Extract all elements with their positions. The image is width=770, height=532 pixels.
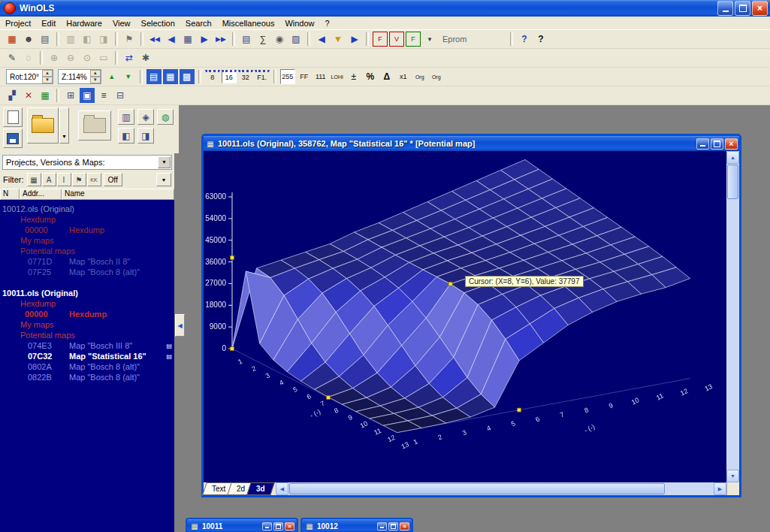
tree-row[interactable]: Hexdump xyxy=(0,214,174,225)
filter-off-button[interactable]: Off xyxy=(104,173,122,186)
menu-edit[interactable]: Edit xyxy=(36,18,61,29)
last-window-icon[interactable]: ▶▶ xyxy=(213,32,228,47)
tree-row[interactable]: 07F25Map "Bosch 8 (alt)" xyxy=(0,267,174,277)
width-f1-icon[interactable]: F1. xyxy=(255,70,270,83)
write-ecu-icon[interactable]: ◨ xyxy=(96,32,111,47)
menu-window[interactable]: Window xyxy=(279,18,319,29)
mini-close-button[interactable]: × xyxy=(400,522,409,530)
prev-window-icon[interactable]: ◀ xyxy=(164,32,179,47)
open-readonly-button[interactable] xyxy=(78,110,111,141)
view-2d-icon[interactable]: ▦ xyxy=(163,69,178,84)
hatch-map-icon[interactable]: ▨ xyxy=(288,32,303,47)
menu-hardware[interactable]: Hardware xyxy=(61,18,107,29)
mini-restore-button[interactable] xyxy=(388,522,398,530)
menu-miscellaneous[interactable]: Miscellaneous xyxy=(217,18,280,29)
delta-icon[interactable]: Δ xyxy=(379,69,394,84)
zoom-out-icon[interactable]: ⊖ xyxy=(63,50,78,65)
map-minimize-button[interactable] xyxy=(696,138,709,150)
fmt-lohi-icon[interactable]: LOHI xyxy=(330,69,345,84)
width-16-icon[interactable]: 16 xyxy=(222,70,237,83)
search-back-icon[interactable]: ◀ xyxy=(314,32,329,47)
zoom-in-icon[interactable]: ⊕ xyxy=(47,50,62,65)
org-org-icon[interactable]: Org xyxy=(429,69,444,84)
rotation-spinner-arrows[interactable]: ▲▼ xyxy=(42,70,53,83)
zoom-spinner[interactable]: Z:114%▲▼ xyxy=(58,69,101,84)
lasso-select-icon[interactable]: ◌ xyxy=(21,50,36,65)
mini-close-button[interactable]: × xyxy=(285,522,294,530)
tree-row[interactable]: 10012.ols (Original) xyxy=(0,204,174,214)
menu-selection[interactable]: Selection xyxy=(136,18,180,29)
map-list-icon[interactable]: ▞ xyxy=(5,88,20,103)
panel-collapse-button[interactable]: ◀ xyxy=(175,314,185,337)
column-header-name[interactable]: Name xyxy=(62,189,174,200)
filter-flag-icon[interactable]: ⚑ xyxy=(72,173,86,186)
vertical-scroll-thumb[interactable] xyxy=(727,165,738,199)
insert-map-icon[interactable]: ▦ xyxy=(38,88,53,103)
sign-icon[interactable]: ± xyxy=(346,69,361,84)
open-project-button[interactable] xyxy=(27,107,59,144)
map-close-button[interactable]: × xyxy=(725,138,738,150)
print-icon[interactable]: ▤ xyxy=(38,32,53,47)
client-data-icon[interactable]: ☻ xyxy=(21,32,36,47)
window-list-icon[interactable]: ▤ xyxy=(239,32,254,47)
checksum-dropdown-icon[interactable]: ▾ xyxy=(422,32,437,47)
search-window-icon[interactable]: ◈ xyxy=(137,109,154,125)
menu-help[interactable]: ? xyxy=(320,18,335,29)
scroll-left-button[interactable]: ◀ xyxy=(276,482,288,495)
swap-icon[interactable]: ⇄ xyxy=(122,50,137,65)
search-funnel-icon[interactable]: ▼ xyxy=(331,32,346,47)
tree-row[interactable]: My maps xyxy=(0,235,174,246)
scroll-right-button[interactable]: ▶ xyxy=(714,482,726,495)
gear-icon[interactable]: ✱ xyxy=(138,50,153,65)
duplicate-window-icon[interactable]: ▥ xyxy=(118,109,134,125)
tree-row[interactable]: 0822BMap "Bosch 8 (alt)" xyxy=(0,372,174,382)
new-project-button[interactable] xyxy=(3,107,23,127)
row-mode-icon[interactable]: ⊟ xyxy=(113,88,128,103)
app-maximize-button[interactable] xyxy=(735,1,750,16)
checksum-f2-icon[interactable]: F xyxy=(406,32,421,47)
open-project-dropdown[interactable]: ▼ xyxy=(59,107,69,144)
map-window-titlebar[interactable]: ▦ 10011.ols (Original), 358762, Map "Sta… xyxy=(204,136,739,151)
menu-project[interactable]: Project xyxy=(0,18,36,29)
horizontal-scroll-thumb[interactable] xyxy=(289,483,665,494)
x1-icon[interactable]: x1 xyxy=(396,69,411,84)
view-3d-icon[interactable]: ▩ xyxy=(180,69,195,84)
flag-icon[interactable]: ⚑ xyxy=(122,32,137,47)
tab-3d[interactable]: 3d xyxy=(247,482,275,495)
window-left-icon[interactable]: ◧ xyxy=(118,128,134,144)
hexdump-table-icon[interactable]: ▦ xyxy=(180,32,195,47)
app-titlebar[interactable]: WinOLS × xyxy=(0,0,770,17)
edit-pencil-icon[interactable]: ✎ xyxy=(5,50,20,65)
zoom-fit-icon[interactable]: ▭ xyxy=(96,50,111,65)
tree-row[interactable]: 074E3Map "Bosch III 8"▤ xyxy=(0,340,174,351)
scroll-down-button[interactable]: ▼ xyxy=(726,470,739,482)
search-forward-icon[interactable]: ▶ xyxy=(347,32,362,47)
tree-row[interactable]: Potential maps xyxy=(0,246,174,256)
width-32-icon[interactable]: 32 xyxy=(238,70,253,83)
scroll-up-button[interactable]: ▲ xyxy=(726,151,739,164)
combo-dropdown-icon[interactable]: ▼ xyxy=(158,156,171,168)
fmt-ff-icon[interactable]: FF xyxy=(297,69,312,84)
minimized-window-10011[interactable]: ▦ 10011 × xyxy=(186,518,298,532)
zoom-100-icon[interactable]: ⊙ xyxy=(80,50,95,65)
open-ecu-icon[interactable]: ▥ xyxy=(63,32,78,47)
delete-map-icon[interactable]: ✕ xyxy=(21,88,36,103)
save-project-button[interactable] xyxy=(3,128,23,148)
width-8-icon[interactable]: 8 xyxy=(205,70,220,83)
fmt-255-icon[interactable]: 255 xyxy=(280,69,295,84)
properties-list-icon[interactable]: ≡ xyxy=(96,88,111,103)
menu-view[interactable]: View xyxy=(107,18,136,29)
tree-row[interactable]: 00000Hexdump xyxy=(0,225,174,235)
filter-dropdown-button[interactable]: ▼ xyxy=(156,173,171,186)
new-version-icon[interactable]: ▦ xyxy=(5,32,20,47)
tree-row[interactable]: 0771DMap "Bosch II 8" xyxy=(0,256,174,267)
column-header-addr[interactable]: Addr... xyxy=(20,189,62,200)
context-help-icon[interactable]: ? xyxy=(533,32,548,47)
view-text-icon[interactable]: ▤ xyxy=(146,69,162,84)
surface-plot-canvas[interactable] xyxy=(204,151,726,482)
sigma-statistics-icon[interactable]: ∑ xyxy=(255,32,270,47)
projects-combo[interactable]: Projects, Versions & Maps: ▼ xyxy=(2,155,172,170)
app-minimize-button[interactable] xyxy=(717,1,733,16)
first-window-icon[interactable]: ◀◀ xyxy=(147,32,162,47)
tree-row[interactable]: My maps xyxy=(0,319,174,330)
